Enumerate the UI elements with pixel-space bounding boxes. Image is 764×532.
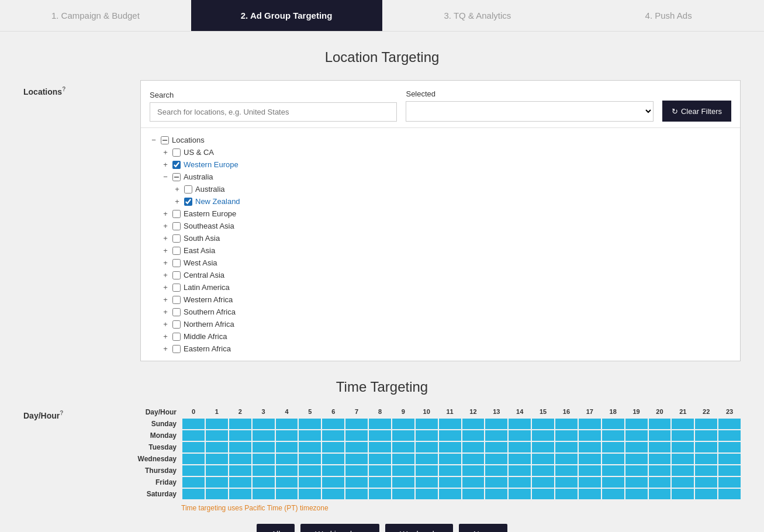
time-cell[interactable]: [485, 430, 507, 441]
time-cell[interactable]: [718, 477, 741, 488]
time-cell[interactable]: [369, 454, 391, 464]
tree-checkbox[interactable]: [172, 173, 181, 181]
time-cell[interactable]: [392, 454, 414, 464]
tree-checkbox[interactable]: [172, 271, 181, 279]
time-cell[interactable]: [206, 419, 228, 429]
time-cell[interactable]: [322, 442, 344, 452]
time-cell[interactable]: [672, 419, 694, 429]
time-cell[interactable]: [182, 454, 205, 464]
time-cell[interactable]: [672, 489, 694, 499]
time-cell[interactable]: [345, 489, 368, 499]
time-cell[interactable]: [649, 430, 671, 441]
tree-expand-btn[interactable]: +: [161, 271, 170, 279]
time-cell[interactable]: [276, 477, 298, 488]
tree-checkbox[interactable]: [172, 259, 181, 267]
time-cell[interactable]: [253, 465, 275, 476]
search-input[interactable]: [150, 102, 397, 122]
time-cell[interactable]: [416, 419, 438, 429]
time-cell[interactable]: [718, 430, 741, 441]
time-cell[interactable]: [299, 489, 321, 499]
time-cell[interactable]: [649, 477, 671, 488]
tree-checkbox[interactable]: [172, 296, 181, 304]
time-cell[interactable]: [439, 489, 461, 499]
time-cell[interactable]: [649, 419, 671, 429]
time-cell[interactable]: [345, 430, 368, 441]
time-cell[interactable]: [718, 454, 741, 464]
time-cell[interactable]: [602, 465, 624, 476]
time-cell[interactable]: [509, 442, 531, 452]
time-cell[interactable]: [206, 477, 228, 488]
time-cell[interactable]: [672, 430, 694, 441]
time-cell[interactable]: [182, 430, 205, 441]
time-cell[interactable]: [625, 454, 648, 464]
time-cell[interactable]: [555, 430, 578, 441]
time-cell[interactable]: [299, 454, 321, 464]
time-cell[interactable]: [649, 489, 671, 499]
time-cell[interactable]: [602, 430, 624, 441]
tree-expand-btn[interactable]: +: [161, 222, 170, 230]
time-preset-button[interactable]: None: [459, 524, 507, 532]
time-cell[interactable]: [276, 489, 298, 499]
time-cell[interactable]: [299, 419, 321, 429]
time-cell[interactable]: [555, 454, 578, 464]
time-cell[interactable]: [509, 465, 531, 476]
time-cell[interactable]: [625, 442, 648, 452]
time-cell[interactable]: [206, 489, 228, 499]
time-cell[interactable]: [532, 442, 554, 452]
tree-expand-btn[interactable]: +: [161, 333, 170, 340]
time-cell[interactable]: [695, 454, 717, 464]
time-cell[interactable]: [322, 489, 344, 499]
time-cell[interactable]: [485, 419, 507, 429]
time-cell[interactable]: [416, 430, 438, 441]
time-cell[interactable]: [276, 465, 298, 476]
time-cell[interactable]: [602, 489, 624, 499]
time-cell[interactable]: [276, 442, 298, 452]
tree-checkbox[interactable]: [184, 198, 192, 206]
tree-expand-btn[interactable]: +: [161, 161, 170, 168]
time-cell[interactable]: [579, 454, 601, 464]
time-cell[interactable]: [509, 454, 531, 464]
time-cell[interactable]: [579, 489, 601, 499]
time-cell[interactable]: [462, 419, 485, 429]
time-cell[interactable]: [532, 454, 554, 464]
tree-checkbox[interactable]: [172, 148, 181, 157]
time-cell[interactable]: [416, 454, 438, 464]
time-cell[interactable]: [322, 454, 344, 464]
time-cell[interactable]: [462, 454, 485, 464]
selected-dropdown[interactable]: [406, 101, 653, 122]
time-cell[interactable]: [369, 442, 391, 452]
tree-expand-btn[interactable]: +: [161, 320, 170, 328]
tree-expand-btn[interactable]: +: [161, 345, 170, 353]
time-cell[interactable]: [229, 465, 251, 476]
time-cell[interactable]: [672, 454, 694, 464]
time-cell[interactable]: [462, 430, 485, 441]
time-cell[interactable]: [416, 465, 438, 476]
time-cell[interactable]: [625, 430, 648, 441]
tree-expand-btn[interactable]: +: [173, 198, 181, 205]
tree-checkbox[interactable]: [172, 247, 181, 255]
time-cell[interactable]: [555, 442, 578, 452]
time-cell[interactable]: [579, 477, 601, 488]
tree-checkbox[interactable]: [172, 210, 181, 218]
tree-checkbox[interactable]: [184, 185, 192, 194]
time-cell[interactable]: [602, 442, 624, 452]
time-cell[interactable]: [416, 477, 438, 488]
tree-checkbox[interactable]: [172, 320, 181, 329]
time-cell[interactable]: [345, 442, 368, 452]
time-cell[interactable]: [625, 465, 648, 476]
time-cell[interactable]: [649, 442, 671, 452]
time-cell[interactable]: [625, 489, 648, 499]
time-cell[interactable]: [718, 465, 741, 476]
time-cell[interactable]: [579, 419, 601, 429]
time-cell[interactable]: [555, 477, 578, 488]
time-cell[interactable]: [555, 489, 578, 499]
time-cell[interactable]: [322, 465, 344, 476]
nav-item-step3[interactable]: 3. TQ & Analytics: [382, 0, 573, 31]
time-cell[interactable]: [369, 419, 391, 429]
time-cell[interactable]: [392, 465, 414, 476]
time-cell[interactable]: [253, 419, 275, 429]
time-cell[interactable]: [299, 465, 321, 476]
time-cell[interactable]: [695, 430, 717, 441]
time-cell[interactable]: [532, 489, 554, 499]
time-cell[interactable]: [672, 442, 694, 452]
